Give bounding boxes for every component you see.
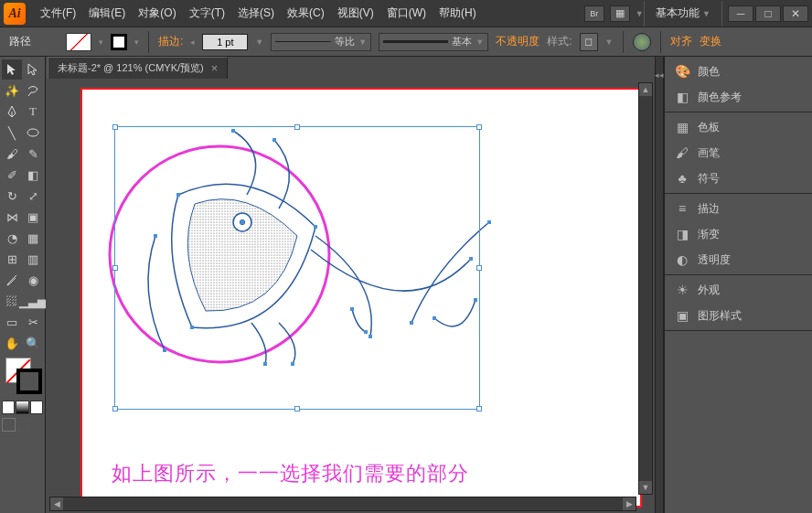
close-button[interactable]: ✕ xyxy=(783,5,808,22)
panel-color-guide[interactable]: ◧颜色参考 xyxy=(665,84,812,110)
artboard-tool[interactable]: ▭ xyxy=(2,312,22,332)
panel-collapse-icon[interactable]: ◂◂ xyxy=(656,57,663,93)
style-dropdown[interactable]: ▼ xyxy=(605,37,614,47)
maximize-button[interactable]: □ xyxy=(755,5,781,22)
direct-selection-tool[interactable] xyxy=(23,59,43,80)
type-tool[interactable]: T xyxy=(23,102,43,122)
menu-edit[interactable]: 编辑(E) xyxy=(83,2,131,25)
perspective-grid-tool[interactable]: ▦ xyxy=(23,228,43,248)
lasso-tool[interactable] xyxy=(23,80,43,101)
menu-effect[interactable]: 效果(C) xyxy=(282,2,330,25)
selection-tool[interactable] xyxy=(2,59,22,80)
transparency-icon: ◐ xyxy=(674,251,690,268)
style-swatch[interactable]: ◻ xyxy=(580,33,598,51)
handle-sw[interactable] xyxy=(112,406,118,411)
fill-dropdown[interactable]: ▾ xyxy=(99,37,103,47)
color-mode-solid[interactable] xyxy=(2,401,15,414)
stroke-dropdown[interactable]: ▾ xyxy=(134,37,139,47)
zoom-tool[interactable]: 🔍 xyxy=(23,333,43,353)
symbols-icon: ♣ xyxy=(674,170,690,187)
panel-collapse-strip[interactable]: ◂◂ xyxy=(655,57,664,513)
blob-brush-tool[interactable]: ✐ xyxy=(2,165,22,185)
panel-transparency[interactable]: ◐透明度 xyxy=(665,247,812,273)
blend-tool[interactable]: ◉ xyxy=(23,270,43,290)
menu-type[interactable]: 文字(T) xyxy=(184,2,230,25)
panel-symbols-label: 符号 xyxy=(698,171,720,187)
screen-mode-normal[interactable] xyxy=(2,418,16,432)
stroke-weight-input[interactable] xyxy=(202,34,248,50)
magic-wand-tool[interactable]: ✨ xyxy=(2,80,22,101)
brush-select[interactable]: 基本▼ xyxy=(379,33,488,51)
screen-mode-full[interactable] xyxy=(16,418,30,432)
color-mode-gradient[interactable] xyxy=(16,401,28,414)
arrange-button[interactable]: ▦ xyxy=(610,5,630,22)
handle-w[interactable] xyxy=(112,265,118,271)
align-link[interactable]: 对齐 xyxy=(670,34,692,49)
handle-ne[interactable] xyxy=(476,124,482,130)
handle-se[interactable] xyxy=(476,406,482,411)
menu-view[interactable]: 视图(V) xyxy=(332,2,379,25)
opacity-label[interactable]: 不透明度 xyxy=(496,34,540,49)
menu-file[interactable]: 文件(F) xyxy=(35,2,81,25)
ellipse-tool[interactable] xyxy=(23,123,43,143)
stroke-profile-label: 等比 xyxy=(335,35,355,48)
stroke-indicator[interactable] xyxy=(16,369,42,394)
panel-gradient[interactable]: ◨渐变 xyxy=(665,221,812,247)
handle-s[interactable] xyxy=(294,406,300,411)
canvas[interactable]: 如上图所示，一一选择我们需要的部分 xyxy=(49,82,636,495)
line-tool[interactable]: ╲ xyxy=(2,123,22,143)
panel-brushes[interactable]: 🖌画笔 xyxy=(665,140,812,166)
transform-link[interactable]: 变换 xyxy=(700,34,721,49)
recolor-button[interactable] xyxy=(633,33,651,51)
document-tab[interactable]: 未标题-2* @ 121% (CMYK/预览) × xyxy=(48,57,228,79)
svg-point-0 xyxy=(27,129,38,136)
mesh-tool[interactable]: ⊞ xyxy=(2,249,22,269)
tab-close-icon[interactable]: × xyxy=(211,61,219,75)
slice-tool[interactable]: ✂ xyxy=(23,312,43,332)
pencil-tool[interactable]: ✎ xyxy=(23,144,43,164)
hand-tool[interactable]: ✋ xyxy=(2,333,22,353)
panel-graphic-styles-label: 图形样式 xyxy=(698,308,742,324)
handle-n[interactable] xyxy=(294,124,300,130)
fill-swatch[interactable] xyxy=(66,33,91,51)
pen-tool[interactable] xyxy=(2,102,22,122)
eraser-tool[interactable]: ◧ xyxy=(23,165,43,185)
bridge-button[interactable]: Br xyxy=(584,5,604,22)
panel-swatches[interactable]: ▦色板 xyxy=(665,114,812,140)
panel-symbols[interactable]: ♣符号 xyxy=(665,166,812,191)
panel-appearance[interactable]: ☀外观 xyxy=(665,277,812,303)
panel-stroke[interactable]: ≡描边 xyxy=(665,196,812,221)
shape-builder-tool[interactable]: ◔ xyxy=(2,228,22,248)
horizontal-scrollbar[interactable]: ◀ ▶ xyxy=(49,497,636,511)
free-transform-tool[interactable]: ▣ xyxy=(23,207,43,227)
stroke-increment[interactable]: ▼ xyxy=(255,37,263,47)
panel-graphic-styles[interactable]: ▣图形样式 xyxy=(665,303,812,328)
brushes-icon: 🖌 xyxy=(674,144,690,161)
scale-tool[interactable]: ⤢ xyxy=(23,186,43,206)
handle-e[interactable] xyxy=(476,265,482,271)
column-graph-tool[interactable]: ▁▃▅ xyxy=(22,291,43,311)
stroke-decrement[interactable]: ◂ xyxy=(190,37,195,47)
eyedropper-tool[interactable] xyxy=(2,270,22,290)
menu-help[interactable]: 帮助(H) xyxy=(433,2,482,25)
menu-window[interactable]: 窗口(W) xyxy=(381,2,432,25)
arrange-dropdown[interactable]: ▼ xyxy=(636,9,644,18)
color-mode-none[interactable] xyxy=(30,401,43,414)
panel-color-guide-label: 颜色参考 xyxy=(698,90,742,105)
workspace-switcher[interactable]: 基本功能 ▼ xyxy=(644,1,722,27)
minimize-button[interactable]: ─ xyxy=(728,5,753,22)
paintbrush-tool[interactable]: 🖌 xyxy=(2,144,22,164)
panel-color[interactable]: 🎨颜色 xyxy=(665,59,812,84)
width-tool[interactable]: ⋈ xyxy=(2,207,22,227)
stroke-swatch[interactable] xyxy=(111,34,127,50)
menu-object[interactable]: 对象(O) xyxy=(133,2,181,25)
menu-select[interactable]: 选择(S) xyxy=(232,2,280,25)
vertical-scrollbar[interactable]: ▲ ▼ xyxy=(638,82,653,495)
handle-nw[interactable] xyxy=(112,124,118,130)
fill-stroke-indicator[interactable] xyxy=(2,358,43,398)
appearance-icon: ☀ xyxy=(674,282,690,298)
stroke-label[interactable]: 描边: xyxy=(158,34,183,49)
gradient-tool[interactable]: ▥ xyxy=(23,249,43,269)
rotate-tool[interactable]: ↻ xyxy=(2,186,22,206)
stroke-profile-select[interactable]: 等比▼ xyxy=(271,33,371,51)
